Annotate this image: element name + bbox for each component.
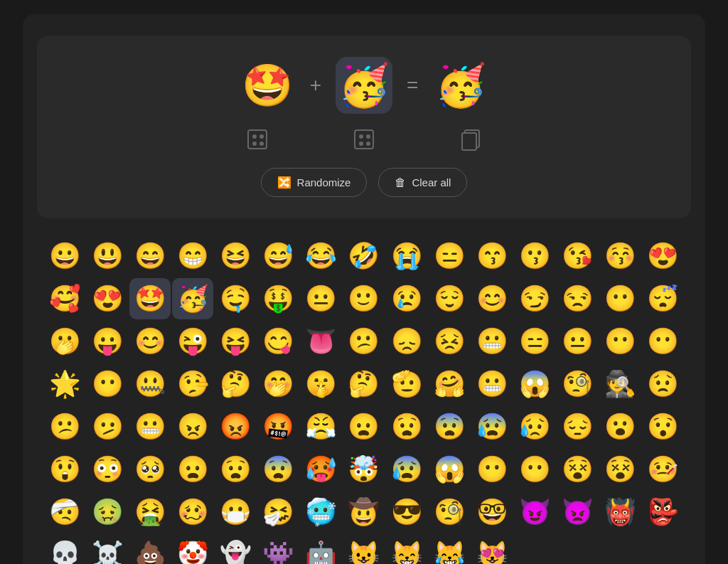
emoji-1-random-icon-btn[interactable] <box>229 128 286 151</box>
emoji-cell[interactable]: 🫡 <box>386 363 427 405</box>
emoji-cell[interactable]: 😷 <box>215 491 257 533</box>
emoji-cell[interactable]: 😣 <box>429 321 470 362</box>
emoji-cell[interactable]: 🤤 <box>215 278 257 319</box>
emoji-cell[interactable]: 🤑 <box>258 278 299 319</box>
emoji-cell[interactable]: 🤭 <box>258 363 299 405</box>
emoji-cell[interactable]: 😈 <box>514 491 555 533</box>
emoji-cell[interactable]: 😞 <box>386 321 427 362</box>
emoji-cell[interactable]: 🤗 <box>429 363 470 405</box>
emoji-cell[interactable]: 🫢 <box>44 321 85 362</box>
emoji-cell[interactable]: 😬 <box>471 363 513 405</box>
emoji-cell[interactable]: 🤒 <box>643 449 684 490</box>
emoji-cell[interactable]: 🕵 <box>600 363 641 405</box>
emoji-cell[interactable]: 😰 <box>471 406 513 447</box>
emoji-cell[interactable]: 🤕 <box>44 491 85 533</box>
emoji-cell[interactable]: 🥰 <box>44 278 85 319</box>
emoji-cell[interactable]: 😸 <box>386 534 427 564</box>
emoji-cell[interactable]: 🤫 <box>301 363 342 405</box>
emoji-cell[interactable]: 👺 <box>643 491 684 533</box>
emoji-cell[interactable]: 🤔 <box>215 363 257 405</box>
emoji-cell[interactable]: 😋 <box>258 321 299 362</box>
emoji-cell[interactable]: 😊 <box>129 321 171 362</box>
emoji-cell[interactable]: 😱 <box>429 449 470 490</box>
emoji-cell[interactable]: 👿 <box>557 491 599 533</box>
emoji-cell[interactable]: 🫤 <box>87 406 128 447</box>
emoji-cell[interactable]: 🤥 <box>172 363 213 405</box>
emoji-cell[interactable]: 😒 <box>557 278 599 319</box>
emoji-cell[interactable]: 🙂 <box>343 278 385 319</box>
emoji-cell[interactable]: 😦 <box>172 449 213 490</box>
emoji-cell[interactable]: 😧 <box>386 406 427 447</box>
emoji-cell[interactable]: 😤 <box>301 406 342 447</box>
emoji-cell[interactable]: 🥶 <box>301 491 342 533</box>
emoji-cell[interactable]: 😮 <box>600 406 641 447</box>
emoji-cell[interactable]: 😌 <box>429 278 470 319</box>
emoji-cell[interactable]: 🌟 <box>44 363 85 405</box>
emoji-cell[interactable]: 😃 <box>87 235 128 277</box>
emoji-cell[interactable]: 🤔 <box>343 363 385 405</box>
dice-icon-2[interactable] <box>354 129 374 149</box>
emoji-cell[interactable]: 😑 <box>514 321 555 362</box>
emoji-cell[interactable]: 😥 <box>514 406 555 447</box>
emoji-cell[interactable]: 😄 <box>129 235 171 277</box>
emoji-cell[interactable]: 🤯 <box>343 449 385 490</box>
emoji-cell[interactable]: 😜 <box>172 321 213 362</box>
emoji-cell[interactable]: 😁 <box>172 235 213 277</box>
emoji-cell[interactable]: 🥴 <box>172 491 213 533</box>
emoji-cell[interactable]: 😑 <box>429 235 470 277</box>
emoji-cell[interactable]: 🤢 <box>87 491 128 533</box>
emoji-cell[interactable]: 😹 <box>429 534 470 564</box>
emoji-cell[interactable]: 😐 <box>557 321 599 362</box>
emoji-cell[interactable]: 😴 <box>643 278 684 319</box>
emoji-cell[interactable]: 😳 <box>87 449 128 490</box>
emoji-cell[interactable]: 😘 <box>557 235 599 277</box>
emoji-cell[interactable]: 🤮 <box>129 491 171 533</box>
emoji-cell[interactable]: 😨 <box>429 406 470 447</box>
clear-all-button[interactable]: 🗑 Clear all <box>378 168 467 197</box>
emoji-cell[interactable]: 😛 <box>87 321 128 362</box>
emoji-cell[interactable]: 😵 <box>557 449 599 490</box>
emoji-cell[interactable]: 😝 <box>215 321 257 362</box>
randomize-button[interactable]: 🔀 Randomize <box>261 168 368 197</box>
emoji-cell[interactable]: 😻 <box>471 534 513 564</box>
emoji-cell[interactable]: 😔 <box>557 406 599 447</box>
emoji-cell[interactable]: 😏 <box>514 278 555 319</box>
emoji-cell[interactable]: 🧐 <box>557 363 599 405</box>
emoji-cell[interactable]: 😵 <box>600 449 641 490</box>
emoji-cell[interactable]: 😶 <box>471 449 513 490</box>
emoji-cell[interactable]: 🤐 <box>129 363 171 405</box>
emoji-cell[interactable]: 😶 <box>514 449 555 490</box>
emoji-cell[interactable]: 🥺 <box>129 449 171 490</box>
emoji-2-display[interactable]: 🥳 <box>336 57 392 114</box>
emoji-cell[interactable]: 🤓 <box>471 491 513 533</box>
emoji-cell[interactable]: 💀 <box>44 534 85 564</box>
emoji-cell[interactable]: 😱 <box>514 363 555 405</box>
emoji-cell[interactable]: 😍 <box>643 235 684 277</box>
emoji-cell[interactable]: 👾 <box>258 534 299 564</box>
emoji-2-random-icon-btn[interactable] <box>336 128 392 151</box>
emoji-cell[interactable]: 😬 <box>129 406 171 447</box>
emoji-1-display[interactable]: 🤩 <box>239 57 296 114</box>
emoji-cell[interactable]: 😬 <box>471 321 513 362</box>
emoji-cell[interactable]: ☠️ <box>87 534 128 564</box>
emoji-cell[interactable]: 😶 <box>600 321 641 362</box>
emoji-cell[interactable]: 👹 <box>600 491 641 533</box>
dice-icon-1[interactable] <box>247 129 267 149</box>
emoji-cell[interactable]: 🤩 <box>129 278 171 319</box>
emoji-cell[interactable]: 😟 <box>643 363 684 405</box>
emoji-cell[interactable]: 🤠 <box>343 491 385 533</box>
emoji-cell[interactable]: 😗 <box>514 235 555 277</box>
emoji-cell[interactable]: 😚 <box>600 235 641 277</box>
emoji-cell[interactable]: 🧐 <box>429 491 470 533</box>
emoji-cell[interactable]: 😢 <box>386 278 427 319</box>
copy-result-btn[interactable] <box>442 128 499 151</box>
emoji-cell[interactable]: 😂 <box>301 235 342 277</box>
copy-icon[interactable] <box>461 129 480 149</box>
emoji-cell[interactable]: 😭 <box>386 235 427 277</box>
emoji-cell[interactable]: 😙 <box>471 235 513 277</box>
emoji-cell[interactable]: 😦 <box>343 406 385 447</box>
emoji-cell[interactable]: 😐 <box>301 278 342 319</box>
emoji-cell[interactable]: 😶 <box>643 321 684 362</box>
emoji-cell[interactable]: 😯 <box>643 406 684 447</box>
emoji-cell[interactable]: 👅 <box>301 321 342 362</box>
